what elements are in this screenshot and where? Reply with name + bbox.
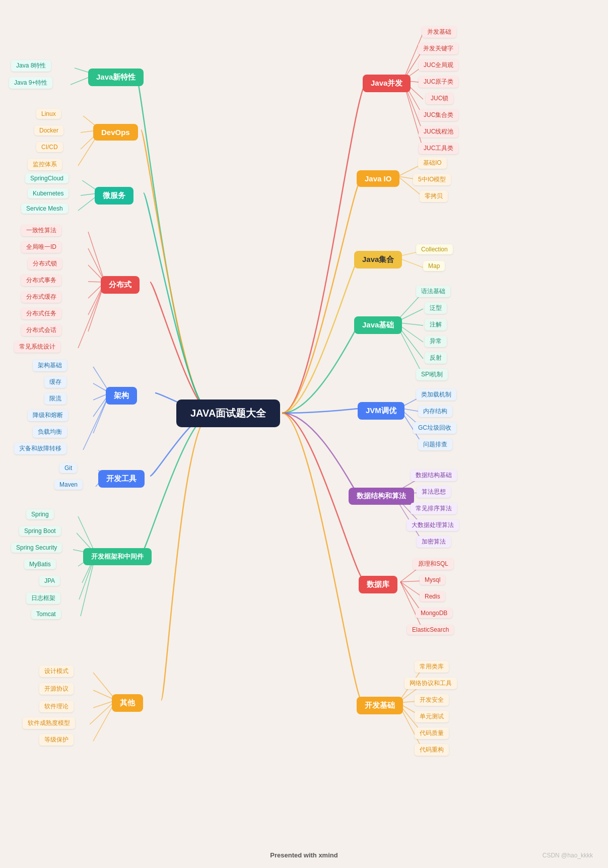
leaf-common-lib: 常用类库 [415, 661, 449, 673]
leaf-bigdata-algo: 大数据处理算法 [407, 519, 459, 531]
leaf-spring: Spring [26, 509, 54, 519]
footer: Presented with xmind [270, 851, 337, 859]
leaf-java8: Java 8特性 [11, 60, 51, 72]
leaf-juc-tools: JUC工具类 [419, 143, 458, 154]
main-node-db: 数据库 [359, 576, 397, 593]
main-node-distributed: 分布式 [101, 276, 140, 294]
leaf-cicd: CI/CD [36, 142, 63, 152]
leaf-network: 网络协议和工具 [404, 678, 457, 689]
leaf-io-model: 5中IO模型 [413, 174, 451, 185]
svg-line-37 [403, 33, 423, 81]
leaf-classloader: 类加载机制 [416, 389, 456, 400]
main-node-java-concurrent: Java并发 [363, 75, 411, 92]
center-node: JAVA面试题大全 [176, 399, 280, 427]
leaf-opensource: 开源协议 [39, 683, 74, 695]
footer-text: Presented with [270, 851, 318, 859]
leaf-exception: 异常 [425, 336, 447, 347]
leaf-zero-copy: 零拷贝 [420, 190, 448, 202]
svg-line-9 [88, 232, 105, 282]
main-node-microservice: 微服务 [95, 187, 133, 205]
leaf-reflection: 反射 [425, 352, 447, 364]
leaf-distcache: 分布式缓存 [21, 291, 61, 303]
leaf-distsession: 分布式会话 [21, 324, 61, 336]
main-node-arch: 架构 [106, 387, 137, 405]
leaf-tomcat: Tomcat [31, 609, 61, 619]
leaf-servicemesh: Service Mesh [21, 204, 68, 214]
leaf-code-quality: 代码质量 [415, 727, 449, 739]
leaf-lb: 负载均衡 [33, 426, 67, 438]
leaf-dev-security: 开发安全 [415, 694, 449, 706]
leaf-gc: GC垃圾回收 [413, 422, 456, 434]
footer-brand: xmind [318, 851, 337, 859]
leaf-jpa: JPA [39, 576, 60, 586]
leaf-algo-idea: 算法思想 [417, 486, 451, 498]
leaf-java9: Java 9+特性 [9, 77, 52, 89]
leaf-concurrent-keyword: 并发关键字 [418, 43, 458, 54]
main-node-devops: DevOps [93, 124, 138, 141]
leaf-sort: 常见排序算法 [411, 503, 457, 514]
leaf-troubleshoot: 问题排查 [418, 439, 452, 450]
leaf-docker: Docker [34, 125, 63, 136]
leaf-linux: Linux [36, 109, 61, 119]
leaf-spi: SPI机制 [416, 369, 448, 380]
leaf-juc-overview: JUC全局观 [419, 59, 458, 71]
leaf-disttx: 分布式事务 [21, 275, 61, 286]
mind-map: JAVA面试题大全 Java新特性 Java 8特性 Java 9+特性 Dev… [0, 0, 608, 868]
leaf-disttask: 分布式任务 [21, 308, 61, 319]
leaf-mysql: Mysql [420, 575, 445, 585]
main-node-java-basic: Java基础 [354, 316, 402, 334]
leaf-juc-lock: JUC锁 [426, 93, 453, 104]
leaf-sql: 原理和SQL [413, 558, 453, 570]
leaf-cmm: 软件成熟度模型 [23, 717, 75, 729]
watermark: CSDN @hao_kkkk [543, 852, 593, 859]
leaf-security-level: 等级保护 [39, 734, 74, 746]
leaf-disaster: 灾备和故障转移 [14, 443, 66, 454]
leaf-maven: Maven [54, 480, 83, 490]
leaf-monitor: 监控体系 [28, 159, 62, 170]
leaf-distlock: 分布式锁 [28, 258, 62, 270]
leaf-generic: 泛型 [425, 302, 447, 314]
leaf-redis: Redis [420, 591, 445, 602]
leaf-uid: 全局唯一ID [21, 241, 61, 253]
leaf-springboot: Spring Boot [19, 526, 61, 536]
leaf-annotation: 注解 [425, 319, 447, 330]
leaf-archbase: 架构基础 [33, 360, 67, 371]
main-node-java-new: Java新特性 [88, 69, 144, 86]
leaf-encrypt: 加密算法 [417, 536, 451, 548]
connections-svg [0, 0, 608, 868]
svg-line-69 [400, 582, 423, 631]
svg-line-16 [78, 282, 105, 348]
leaf-logframe: 日志框架 [26, 592, 60, 604]
leaf-juc-collection: JUC集合类 [419, 109, 458, 121]
main-node-other: 其他 [112, 694, 143, 712]
main-node-dev-basic: 开发基础 [357, 697, 403, 714]
main-node-datastruct: 数据结构和算法 [349, 488, 414, 505]
leaf-degradation: 降级和熔断 [28, 410, 68, 421]
leaf-concurrent-base: 并发基础 [422, 26, 456, 38]
leaf-mybatis: MyBatis [24, 559, 56, 569]
leaf-refactor: 代码重构 [415, 744, 449, 756]
main-node-devtools: 开发工具 [98, 470, 145, 488]
leaf-kubernetes: Kubernetes [28, 188, 69, 198]
main-node-jvm: JVM调优 [358, 402, 404, 420]
leaf-git: Git [59, 463, 77, 473]
main-node-framework: 开发框架和中间件 [83, 548, 152, 565]
leaf-juc-atomic: JUC原子类 [419, 76, 458, 88]
leaf-designpattern: 设计模式 [39, 665, 74, 677]
leaf-syntax: 语法基础 [416, 286, 450, 297]
leaf-collection: Collection [416, 244, 453, 254]
main-node-java-io: Java IO [357, 170, 399, 187]
leaf-map: Map [423, 261, 445, 271]
leaf-memory: 内存结构 [418, 406, 452, 417]
leaf-consensus: 一致性算法 [21, 225, 61, 236]
leaf-springcloud: SpringCloud [25, 173, 69, 183]
main-node-java-collection: Java集合 [354, 251, 402, 269]
leaf-juc-threadpool: JUC线程池 [419, 126, 458, 138]
leaf-softtheory: 软件理论 [39, 701, 74, 712]
leaf-mongodb: MongoDB [416, 608, 452, 618]
leaf-sysdesign: 常见系统设计 [14, 341, 60, 353]
leaf-unit-test: 单元测试 [415, 711, 449, 722]
leaf-cache: 缓存 [44, 376, 66, 388]
leaf-ratelimit: 限流 [44, 393, 66, 405]
leaf-basic-io: 基础IO [418, 157, 447, 169]
